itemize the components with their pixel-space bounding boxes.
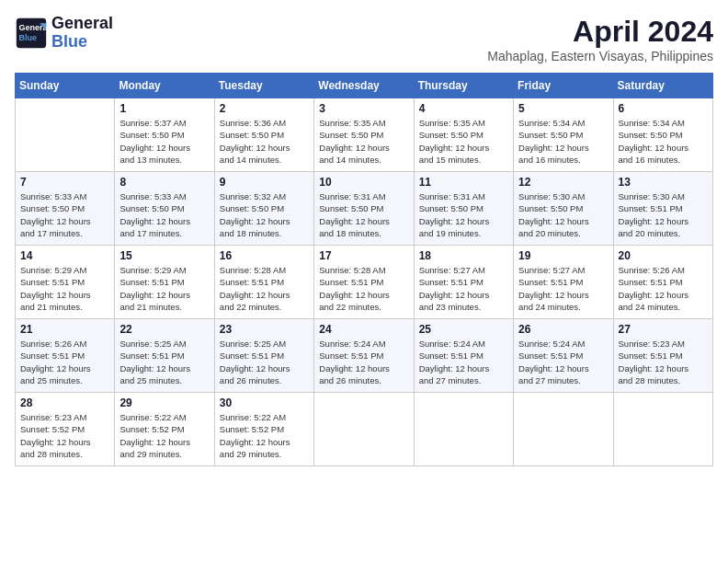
- day-number: 9: [220, 176, 309, 189]
- day-cell: [414, 393, 513, 466]
- day-number: 10: [319, 176, 408, 189]
- day-info: Sunrise: 5:26 AM Sunset: 5:51 PM Dayligh…: [20, 338, 109, 386]
- day-cell: 12 Sunrise: 5:30 AM Sunset: 5:50 PM Dayl…: [514, 172, 613, 246]
- day-number: 16: [220, 249, 309, 262]
- day-cell: 2 Sunrise: 5:36 AM Sunset: 5:50 PM Dayli…: [214, 98, 313, 172]
- col-header-thursday: Thursday: [414, 74, 513, 98]
- day-cell: 26 Sunrise: 5:24 AM Sunset: 5:51 PM Dayl…: [514, 319, 613, 393]
- day-info: Sunrise: 5:31 AM Sunset: 5:50 PM Dayligh…: [319, 190, 408, 239]
- day-info: Sunrise: 5:29 AM Sunset: 5:51 PM Dayligh…: [20, 264, 109, 313]
- day-number: 15: [119, 249, 209, 262]
- day-cell: 1 Sunrise: 5:37 AM Sunset: 5:50 PM Dayli…: [115, 98, 214, 172]
- day-number: 17: [319, 249, 408, 262]
- day-cell: 3 Sunrise: 5:35 AM Sunset: 5:50 PM Dayli…: [314, 98, 414, 172]
- day-info: Sunrise: 5:25 AM Sunset: 5:51 PM Dayligh…: [119, 338, 209, 386]
- day-cell: 9 Sunrise: 5:32 AM Sunset: 5:50 PM Dayli…: [214, 172, 313, 246]
- day-cell: 13 Sunrise: 5:30 AM Sunset: 5:51 PM Dayl…: [613, 172, 712, 246]
- month-title: April 2024: [487, 15, 713, 49]
- day-cell: 29 Sunrise: 5:22 AM Sunset: 5:52 PM Dayl…: [115, 393, 214, 466]
- day-info: Sunrise: 5:24 AM Sunset: 5:51 PM Dayligh…: [518, 338, 608, 386]
- day-cell: 27 Sunrise: 5:23 AM Sunset: 5:51 PM Dayl…: [613, 319, 712, 393]
- day-number: 23: [220, 323, 309, 336]
- day-info: Sunrise: 5:31 AM Sunset: 5:50 PM Dayligh…: [419, 190, 508, 239]
- day-number: 1: [119, 102, 209, 115]
- day-cell: 16 Sunrise: 5:28 AM Sunset: 5:51 PM Dayl…: [214, 246, 313, 319]
- day-info: Sunrise: 5:33 AM Sunset: 5:50 PM Dayligh…: [20, 190, 109, 239]
- day-number: 8: [119, 176, 209, 189]
- day-info: Sunrise: 5:24 AM Sunset: 5:51 PM Dayligh…: [319, 338, 408, 386]
- title-area: April 2024 Mahaplag, Eastern Visayas, Ph…: [487, 15, 713, 63]
- day-number: 13: [619, 176, 708, 189]
- day-number: 14: [20, 249, 109, 262]
- day-cell: 10 Sunrise: 5:31 AM Sunset: 5:50 PM Dayl…: [314, 172, 414, 246]
- day-number: 22: [119, 323, 209, 336]
- day-info: Sunrise: 5:23 AM Sunset: 5:51 PM Dayligh…: [619, 338, 708, 386]
- day-number: 20: [619, 249, 708, 262]
- day-cell: 21 Sunrise: 5:26 AM Sunset: 5:51 PM Dayl…: [16, 319, 115, 393]
- day-info: Sunrise: 5:26 AM Sunset: 5:51 PM Dayligh…: [619, 264, 708, 313]
- day-number: 12: [518, 176, 608, 189]
- day-number: 2: [220, 102, 309, 115]
- day-info: Sunrise: 5:30 AM Sunset: 5:51 PM Dayligh…: [619, 190, 708, 239]
- day-cell: 8 Sunrise: 5:33 AM Sunset: 5:50 PM Dayli…: [115, 172, 214, 246]
- day-cell: 28 Sunrise: 5:23 AM Sunset: 5:52 PM Dayl…: [16, 393, 115, 466]
- day-cell: 22 Sunrise: 5:25 AM Sunset: 5:51 PM Dayl…: [115, 319, 214, 393]
- day-number: 3: [319, 102, 408, 115]
- day-cell: [314, 393, 414, 466]
- day-number: 26: [518, 323, 608, 336]
- svg-text:Blue: Blue: [19, 33, 38, 42]
- day-info: Sunrise: 5:30 AM Sunset: 5:50 PM Dayligh…: [518, 190, 608, 239]
- day-cell: 17 Sunrise: 5:28 AM Sunset: 5:51 PM Dayl…: [314, 246, 414, 319]
- day-number: 24: [319, 323, 408, 336]
- col-header-saturday: Saturday: [613, 74, 712, 98]
- day-cell: 18 Sunrise: 5:27 AM Sunset: 5:51 PM Dayl…: [414, 246, 513, 319]
- col-header-friday: Friday: [514, 74, 613, 98]
- day-info: Sunrise: 5:32 AM Sunset: 5:50 PM Dayligh…: [220, 190, 309, 239]
- col-header-tuesday: Tuesday: [214, 74, 313, 98]
- day-number: 6: [619, 102, 708, 115]
- col-header-sunday: Sunday: [16, 74, 115, 98]
- day-cell: 4 Sunrise: 5:35 AM Sunset: 5:50 PM Dayli…: [414, 98, 513, 172]
- day-info: Sunrise: 5:35 AM Sunset: 5:50 PM Dayligh…: [319, 117, 408, 166]
- logo-icon: General Blue: [15, 17, 48, 50]
- day-info: Sunrise: 5:33 AM Sunset: 5:50 PM Dayligh…: [119, 190, 209, 239]
- week-row-2: 7 Sunrise: 5:33 AM Sunset: 5:50 PM Dayli…: [16, 172, 713, 246]
- day-info: Sunrise: 5:34 AM Sunset: 5:50 PM Dayligh…: [518, 117, 608, 166]
- day-cell: [613, 393, 712, 466]
- day-info: Sunrise: 5:24 AM Sunset: 5:51 PM Dayligh…: [419, 338, 508, 386]
- day-number: 18: [419, 249, 508, 262]
- day-number: 27: [619, 323, 708, 336]
- day-number: 25: [419, 323, 508, 336]
- day-cell: 7 Sunrise: 5:33 AM Sunset: 5:50 PM Dayli…: [16, 172, 115, 246]
- day-cell: 6 Sunrise: 5:34 AM Sunset: 5:50 PM Dayli…: [613, 98, 712, 172]
- location-title: Mahaplag, Eastern Visayas, Philippines: [487, 49, 713, 63]
- week-row-1: 1 Sunrise: 5:37 AM Sunset: 5:50 PM Dayli…: [16, 98, 713, 172]
- day-info: Sunrise: 5:37 AM Sunset: 5:50 PM Dayligh…: [119, 117, 209, 166]
- calendar-table: SundayMondayTuesdayWednesdayThursdayFrid…: [15, 73, 713, 466]
- day-number: 4: [419, 102, 508, 115]
- day-cell: 5 Sunrise: 5:34 AM Sunset: 5:50 PM Dayli…: [514, 98, 613, 172]
- day-info: Sunrise: 5:27 AM Sunset: 5:51 PM Dayligh…: [419, 264, 508, 313]
- day-cell: 25 Sunrise: 5:24 AM Sunset: 5:51 PM Dayl…: [414, 319, 513, 393]
- day-number: 11: [419, 176, 508, 189]
- day-cell: 15 Sunrise: 5:29 AM Sunset: 5:51 PM Dayl…: [115, 246, 214, 319]
- day-info: Sunrise: 5:25 AM Sunset: 5:51 PM Dayligh…: [220, 338, 309, 386]
- logo: General Blue General Blue: [15, 15, 113, 52]
- day-cell: [514, 393, 613, 466]
- day-number: 30: [220, 396, 309, 409]
- day-info: Sunrise: 5:22 AM Sunset: 5:52 PM Dayligh…: [119, 411, 209, 460]
- logo-text-general: General: [51, 15, 113, 33]
- day-cell: 11 Sunrise: 5:31 AM Sunset: 5:50 PM Dayl…: [414, 172, 513, 246]
- day-info: Sunrise: 5:34 AM Sunset: 5:50 PM Dayligh…: [619, 117, 708, 166]
- day-number: 19: [518, 249, 608, 262]
- week-row-5: 28 Sunrise: 5:23 AM Sunset: 5:52 PM Dayl…: [16, 393, 713, 466]
- day-cell: 14 Sunrise: 5:29 AM Sunset: 5:51 PM Dayl…: [16, 246, 115, 319]
- day-number: 5: [518, 102, 608, 115]
- day-number: 21: [20, 323, 109, 336]
- col-header-monday: Monday: [115, 74, 214, 98]
- day-info: Sunrise: 5:23 AM Sunset: 5:52 PM Dayligh…: [20, 411, 109, 460]
- day-info: Sunrise: 5:28 AM Sunset: 5:51 PM Dayligh…: [220, 264, 309, 313]
- col-header-wednesday: Wednesday: [314, 74, 414, 98]
- day-cell: 30 Sunrise: 5:22 AM Sunset: 5:52 PM Dayl…: [214, 393, 313, 466]
- day-number: 29: [119, 396, 209, 409]
